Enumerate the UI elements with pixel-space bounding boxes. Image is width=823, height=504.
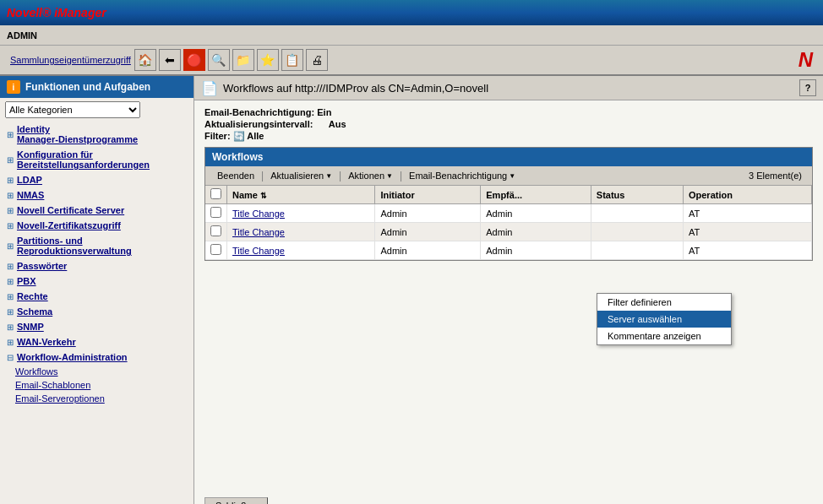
expand-icon: ⊞	[7, 307, 14, 317]
list-button[interactable]: 📋	[281, 49, 303, 71]
title-change-link[interactable]: Title Change	[232, 246, 285, 256]
email-info-line: Email-Benachrichtigung: Ein	[204, 107, 813, 117]
title-change-link[interactable]: Title Change	[232, 209, 285, 219]
content-header: 📄 Workflows auf http:///IDMProv als CN=A…	[194, 76, 823, 100]
sidebar-item-ldap[interactable]: ⊞ LDAP	[0, 172, 193, 187]
select-all-checkbox[interactable]	[210, 188, 221, 199]
sidebar-child-label: Email-Serveroptionen	[15, 393, 105, 404]
row-initiator: Admin	[375, 223, 481, 241]
context-dropdown-menu: Filter definieren Server auswählen Komme…	[597, 293, 732, 345]
table-row: Title Change Admin Admin AT	[205, 241, 812, 260]
update-info-line: Aktualisierungsintervall: Aus	[204, 119, 813, 129]
sidebar-item-snmp[interactable]: ⊞ SNMP	[0, 319, 193, 334]
home-button[interactable]: 🏠	[134, 49, 156, 71]
row-checkbox[interactable]	[210, 207, 221, 218]
sidebar-item-label: Konfiguration fürBereitstellungsanforder…	[17, 149, 150, 170]
row-name: Title Change	[227, 241, 375, 260]
content-title-wrap: 📄 Workflows auf http:///IDMProv als CN=A…	[201, 80, 488, 96]
dropdown-arrow: ▼	[386, 172, 393, 180]
print-button[interactable]: 🖨	[306, 49, 328, 71]
expand-icon: ⊞	[7, 322, 14, 332]
icon-toolbar: Sammlungseigentümerzugriff 🏠 ⬅ 🔴 🔍 📁 ⭐ 📋…	[0, 46, 823, 76]
col-header-check	[205, 186, 227, 204]
sidebar-item-workflows[interactable]: Workflows	[0, 365, 193, 378]
sidebar-item-novell-cert[interactable]: ⊞ Novell Certificate Server	[0, 203, 193, 218]
sidebar-item-label: NMAS	[17, 190, 44, 200]
row-status	[591, 204, 683, 223]
sidebar-header: i Funktionen und Aufgaben	[0, 76, 193, 98]
element-count: 3 Element(e)	[749, 171, 807, 181]
row-check	[205, 241, 227, 260]
col-header-empfaenger: Empfä...	[481, 186, 591, 204]
sidebar-item-identity-manager[interactable]: ⊞ IdentityManager-Dienstprogramme	[0, 122, 193, 147]
row-empfaenger: Admin	[481, 204, 591, 223]
back-button[interactable]: ⬅	[159, 49, 181, 71]
sidebar-item-nmas[interactable]: ⊞ NMAS	[0, 187, 193, 203]
beenden-button[interactable]: Beenden	[210, 169, 261, 182]
col-header-name: Name ⇅	[227, 186, 375, 204]
close-btn-area: Schließen	[194, 490, 823, 504]
sidebar-item-novell-zertifikat[interactable]: ⊞ Novell-Zertifikatszugriff	[0, 218, 193, 233]
expand-icon: ⊞	[7, 206, 14, 215]
sidebar-item-label: Novell Certificate Server	[17, 205, 124, 215]
star-button[interactable]: ⭐	[257, 49, 279, 71]
sidebar-item-workflow-admin[interactable]: ⊟ Workflow-Administration	[0, 350, 193, 365]
sidebar-child-label: Workflows	[15, 366, 58, 377]
sidebar-item-pbx[interactable]: ⊞ PBX	[0, 274, 193, 289]
folder-button[interactable]: 📁	[232, 49, 254, 71]
admin-label: ADMIN	[0, 29, 44, 42]
close-button[interactable]: Schließen	[204, 497, 268, 504]
email-benachrichtigung-button[interactable]: Email-Benachrichtigung ▼	[402, 169, 522, 182]
refresh-button[interactable]: 🔴	[183, 49, 205, 71]
workflows-toolbar-left: Beenden | Aktualisieren ▼ | Aktionen ▼ |	[210, 169, 522, 182]
collapse-icon: ⊟	[7, 353, 14, 362]
sidebar-item-label: Rechte	[17, 291, 48, 301]
expand-icon: ⊞	[7, 130, 14, 139]
workflows-title-bar: Workflows	[205, 148, 812, 166]
aktionen-button[interactable]: Aktionen ▼	[341, 169, 400, 182]
row-operation: AT	[683, 241, 811, 260]
sidebar-item-email-serveroptionen[interactable]: Email-Serveroptionen	[0, 392, 193, 405]
search-button[interactable]: 🔍	[208, 49, 230, 71]
menu-item-filter-definieren[interactable]: Filter definieren	[597, 294, 731, 311]
sidebar-item-label: Schema	[17, 306, 52, 317]
row-operation: AT	[683, 223, 811, 241]
sammlung-link[interactable]: Sammlungseigentümerzugriff	[7, 55, 134, 65]
sort-icon[interactable]: ⇅	[260, 192, 267, 200]
table-row: Title Change Admin Admin AT	[205, 223, 812, 241]
row-check	[205, 223, 227, 241]
content-body: Email-Benachrichtigung: Ein Aktualisieru…	[194, 100, 823, 490]
row-checkbox[interactable]	[210, 244, 221, 255]
category-select[interactable]: Alle Kategorien	[5, 101, 140, 118]
dropdown-arrow: ▼	[509, 172, 515, 180]
sidebar-item-rechte[interactable]: ⊞ Rechte	[0, 289, 193, 304]
dropdown-arrow: ▼	[325, 172, 332, 180]
expand-icon: ⊞	[7, 277, 14, 286]
sidebar-item-label: SNMP	[17, 322, 44, 332]
help-button[interactable]: ?	[799, 79, 816, 96]
title-change-link[interactable]: Title Change	[232, 227, 285, 237]
sidebar-item-label: IdentityManager-Dienstprogramme	[17, 124, 138, 144]
category-select-wrap: Alle Kategorien	[0, 98, 193, 122]
menu-item-kommentare[interactable]: Kommentare anzeigen	[597, 328, 731, 344]
filter-info-line: Filter: 🔄 Alle	[204, 131, 813, 142]
row-initiator: Admin	[375, 241, 481, 260]
admin-toolbar: ADMIN	[0, 25, 823, 46]
sidebar-item-wan-verkehr[interactable]: ⊞ WAN-Verkehr	[0, 334, 193, 350]
main-layout: i Funktionen und Aufgaben Alle Kategorie…	[0, 76, 823, 504]
expand-icon: ⊞	[7, 176, 14, 185]
sidebar-item-label: PBX	[17, 276, 36, 286]
sidebar-item-konfiguration[interactable]: ⊞ Konfiguration fürBereitstellungsanford…	[0, 147, 193, 172]
aktualisieren-button[interactable]: Aktualisieren ▼	[264, 169, 339, 182]
sidebar-header-icon: i	[7, 80, 20, 94]
row-checkbox[interactable]	[210, 225, 221, 236]
menu-item-server-auswaehlen[interactable]: Server auswählen	[597, 311, 731, 328]
expand-icon: ⊞	[7, 221, 14, 230]
sidebar-item-label: Workflow-Administration	[17, 352, 128, 362]
sidebar-item-passwoerter[interactable]: ⊞ Passwörter	[0, 258, 193, 274]
sidebar-item-partitions[interactable]: ⊞ Partitions- undReproduktionsverwaltung	[0, 233, 193, 258]
sidebar-item-label: Novell-Zertifikatszugriff	[17, 220, 121, 230]
sidebar-item-email-schablonen[interactable]: Email-Schablonen	[0, 378, 193, 392]
row-empfaenger: Admin	[481, 241, 591, 260]
sidebar-item-schema[interactable]: ⊞ Schema	[0, 304, 193, 319]
